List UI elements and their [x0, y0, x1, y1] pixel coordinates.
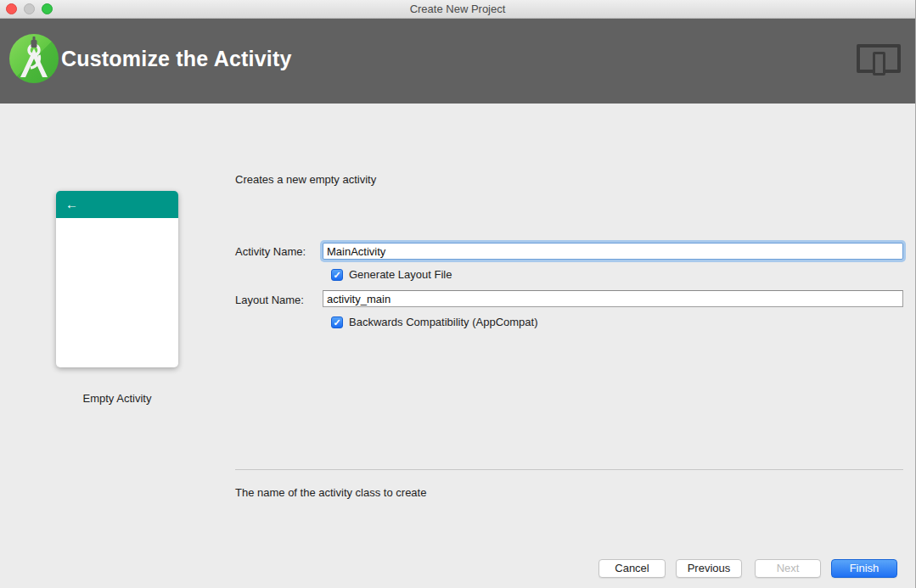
cancel-button[interactable]: Cancel: [598, 559, 666, 578]
layout-name-label: Layout Name:: [235, 294, 304, 306]
backwards-compat-checkbox[interactable]: ✓: [331, 316, 343, 328]
tablet-phone-icon: [857, 44, 901, 76]
generate-layout-label: Generate Layout File: [349, 268, 452, 281]
generate-layout-row: ✓ Generate Layout File: [331, 268, 452, 281]
traffic-lights: [6, 3, 53, 14]
window-title: Create New Project: [0, 0, 915, 18]
generate-layout-checkbox[interactable]: ✓: [331, 269, 343, 281]
close-button[interactable]: [6, 3, 17, 14]
create-new-project-window: Create New Project Customiz: [0, 0, 916, 588]
wizard-step-title: Customize the Activity: [61, 47, 292, 71]
android-studio-logo-icon: [8, 33, 59, 84]
minimize-button: [24, 3, 35, 14]
phone-outline-icon: [873, 52, 885, 76]
field-hint-text: The name of the activity class to create: [235, 486, 426, 499]
zoom-button[interactable]: [42, 3, 53, 14]
next-button: Next: [755, 559, 821, 578]
wizard-header: Customize the Activity: [0, 19, 915, 104]
wizard-content: ← Empty Activity Creates a new empty act…: [0, 104, 915, 588]
previous-button[interactable]: Previous: [676, 559, 742, 578]
activity-name-input[interactable]: [323, 243, 903, 260]
preview-app-bar: ←: [56, 191, 178, 218]
back-arrow-icon: ←: [65, 197, 78, 212]
template-name-label: Empty Activity: [56, 392, 178, 405]
titlebar: Create New Project: [0, 0, 915, 19]
finish-button[interactable]: Finish: [831, 559, 897, 578]
layout-name-input[interactable]: [323, 290, 903, 307]
backwards-compat-label: Backwards Compatibility (AppCompat): [349, 316, 538, 328]
template-description: Creates a new empty activity: [235, 173, 376, 186]
activity-name-label: Activity Name:: [235, 245, 306, 258]
activity-template-preview: ←: [56, 191, 178, 367]
hint-divider: [235, 469, 903, 470]
backwards-compat-row: ✓ Backwards Compatibility (AppCompat): [331, 316, 538, 328]
